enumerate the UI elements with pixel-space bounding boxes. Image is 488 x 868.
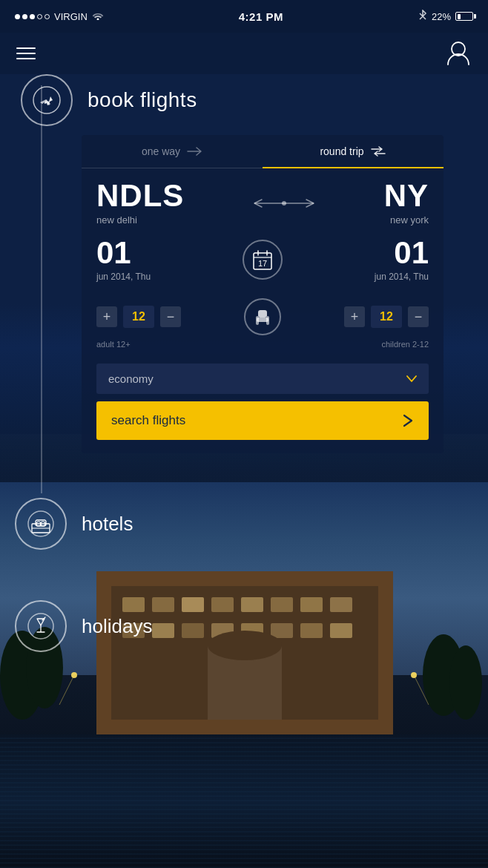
round-trip-label: round trip — [320, 145, 363, 157]
return-detail: jun 2014, Thu — [288, 272, 429, 282]
holidays-circle-icon — [15, 600, 67, 652]
status-bar: VIRGIN 4:21 PM 22% — [0, 0, 488, 33]
hotels-circle-icon — [15, 498, 67, 550]
seat-icon — [244, 298, 281, 335]
arrival-city: NY new york — [384, 180, 429, 226]
one-way-label: one way — [142, 145, 180, 157]
children-decrement-button[interactable]: − — [408, 306, 429, 327]
return-date-block: 01 jun 2014, Thu — [288, 237, 429, 282]
tab-round-trip[interactable]: round trip — [263, 135, 444, 168]
user-profile-button[interactable] — [445, 40, 472, 67]
flights-circle-icon[interactable] — [21, 74, 73, 126]
class-selected: economy — [108, 372, 154, 385]
main-content: book flights one way round trip NDLS n — [0, 74, 488, 453]
departure-day: 01 — [96, 237, 237, 269]
status-left: VIRGIN — [15, 10, 104, 22]
class-dropdown[interactable]: economy — [96, 364, 429, 394]
trip-type-tabs: one way round trip — [82, 135, 444, 168]
status-right: 22% — [418, 10, 473, 24]
calendar-icon[interactable]: 17 — [243, 240, 283, 280]
page-title-row: book flights — [15, 74, 197, 126]
carrier-name: VIRGIN — [54, 11, 88, 22]
departure-city-name: new delhi — [96, 214, 184, 226]
holidays-nav-item[interactable]: holidays — [15, 600, 473, 652]
flight-card: one way round trip NDLS new delhi — [82, 135, 444, 453]
hamburger-menu[interactable] — [16, 47, 36, 59]
date-section: 01 jun 2014, Thu 17 01 jun 2014, Thu — [82, 231, 444, 294]
search-flights-button[interactable]: search flights — [96, 401, 429, 440]
arrival-city-name: new york — [384, 214, 429, 226]
return-day: 01 — [288, 237, 429, 269]
route-section: NDLS new delhi NY new york — [82, 168, 444, 231]
signal-dot-4 — [37, 14, 42, 19]
battery-percent: 22% — [432, 11, 451, 22]
arrival-code: NY — [384, 180, 429, 211]
bluetooth-icon — [418, 10, 427, 24]
departure-detail: jun 2014, Thu — [96, 272, 237, 282]
svg-text:17: 17 — [258, 259, 267, 268]
passengers-row: + 12 − + 12 − — [82, 294, 444, 338]
departure-city: NDLS new delhi — [96, 180, 184, 226]
signal-dot-5 — [44, 14, 50, 19]
departure-date-block: 01 jun 2014, Thu — [96, 237, 237, 282]
adults-increment-button[interactable]: + — [96, 306, 117, 327]
adults-count: 12 — [123, 306, 154, 328]
adults-decrement-button[interactable]: − — [160, 306, 181, 327]
wifi-icon — [92, 10, 104, 22]
hotels-label: hotels — [82, 513, 133, 536]
signal-dot-1 — [15, 14, 20, 19]
children-increment-button[interactable]: + — [344, 306, 365, 327]
children-block: + 12 − — [288, 306, 429, 328]
nav-items-section: hotels holidays — [0, 498, 488, 652]
departure-code: NDLS — [96, 180, 184, 211]
tab-one-way[interactable]: one way — [82, 135, 263, 168]
svg-point-32 — [282, 201, 286, 206]
adults-block: + 12 − — [96, 306, 237, 328]
children-count: 12 — [371, 306, 402, 328]
page-title: book flights — [88, 88, 197, 112]
route-arrow — [251, 194, 317, 212]
signal-dot-2 — [22, 14, 27, 19]
svg-rect-41 — [266, 316, 269, 325]
holidays-label: holidays — [82, 615, 152, 638]
passenger-labels: adult 12+ children 2-12 — [82, 338, 444, 358]
svg-point-28 — [449, 645, 482, 720]
signal-bars — [15, 14, 50, 19]
battery-indicator — [455, 12, 473, 21]
search-flights-label: search flights — [111, 413, 185, 428]
svg-rect-38 — [258, 310, 267, 318]
signal-dot-3 — [30, 14, 35, 19]
time-display: 4:21 PM — [239, 10, 283, 23]
top-navigation — [0, 33, 488, 74]
adults-label: adult 12+ — [96, 340, 131, 349]
svg-rect-40 — [256, 316, 259, 325]
children-label: children 2-12 — [381, 340, 429, 349]
hotels-nav-item[interactable]: hotels — [15, 498, 473, 550]
